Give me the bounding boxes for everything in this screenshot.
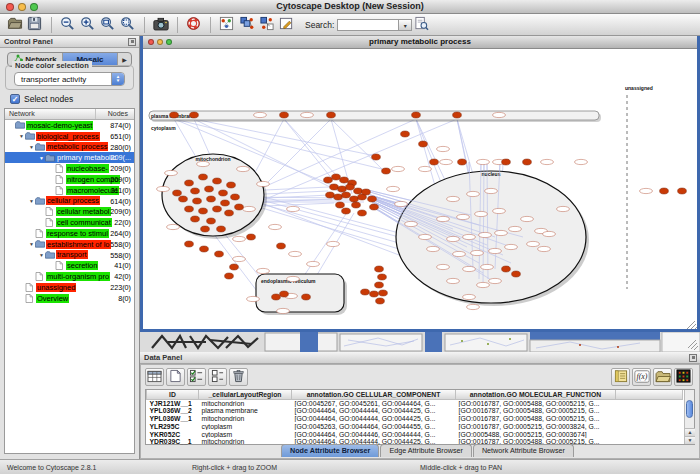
select-attributes-button[interactable] bbox=[187, 368, 206, 386]
graph-node[interactable] bbox=[221, 200, 230, 206]
graph-node[interactable] bbox=[213, 178, 222, 184]
graph-node[interactable] bbox=[332, 174, 341, 180]
tree-row[interactable]: nucleobase-209(0) bbox=[5, 163, 134, 174]
tab-network-attribute-browser[interactable]: Network Attribute Browser bbox=[473, 444, 574, 457]
graph-node[interactable] bbox=[173, 190, 182, 196]
tree-row[interactable]: ▼transport558(0) bbox=[5, 250, 134, 261]
graph-node[interactable] bbox=[327, 112, 336, 118]
show-table-button[interactable] bbox=[145, 368, 164, 386]
table-column-header[interactable]: annotation.GO CELLULAR_COMPONENT bbox=[292, 390, 456, 399]
graph-node[interactable] bbox=[401, 131, 410, 137]
graph-node[interactable] bbox=[302, 294, 311, 300]
matrix-button[interactable] bbox=[674, 368, 693, 386]
tree-row[interactable]: mosaic-demo-yeast874(0) bbox=[5, 120, 134, 131]
tree-row[interactable]: nitrogen compo209(0) bbox=[5, 174, 134, 185]
graph-node[interactable] bbox=[346, 184, 355, 190]
graph-node[interactable] bbox=[215, 251, 224, 257]
graph-node[interactable] bbox=[247, 234, 256, 240]
graph-node[interactable] bbox=[678, 188, 687, 194]
expand-arrow-icon[interactable]: ▼ bbox=[38, 252, 45, 258]
tab-node-attribute-browser[interactable]: Node Attribute Browser bbox=[281, 444, 379, 457]
graph-node[interactable] bbox=[280, 112, 289, 118]
graph-node[interactable] bbox=[372, 154, 381, 160]
graph-node[interactable] bbox=[190, 112, 199, 118]
tree-row[interactable]: Overview8(0) bbox=[5, 293, 134, 304]
search-input[interactable] bbox=[337, 19, 399, 31]
network-canvas[interactable]: plasma membranecytoplasmmitochondrionnuc… bbox=[143, 49, 697, 329]
graph-node[interactable] bbox=[191, 216, 200, 222]
help-button[interactable] bbox=[184, 16, 203, 34]
graph-node[interactable] bbox=[185, 206, 194, 212]
notes-button[interactable] bbox=[611, 368, 630, 386]
graph-node[interactable] bbox=[512, 271, 521, 277]
region-plasma-membrane[interactable] bbox=[149, 111, 599, 120]
graph-node[interactable] bbox=[523, 159, 532, 165]
table-row[interactable]: YLR295Ccytoplasm[GO:0045263, GO:0044464,… bbox=[147, 422, 683, 430]
expand-arrow-icon[interactable]: ▼ bbox=[38, 155, 45, 161]
scrollbar-thumb[interactable] bbox=[686, 400, 693, 418]
tree-row[interactable]: multi-organism pro42(0) bbox=[5, 271, 134, 282]
table-scrollbar[interactable]: ▲ ▼ bbox=[684, 390, 694, 444]
graph-node[interactable] bbox=[213, 206, 222, 212]
graph-node[interactable] bbox=[378, 274, 387, 280]
scroll-up-arrow[interactable]: ▲ bbox=[685, 428, 695, 436]
layout-network-button[interactable] bbox=[257, 16, 276, 34]
graph-node[interactable] bbox=[185, 180, 194, 186]
graph-node[interactable] bbox=[382, 168, 391, 174]
graph-node[interactable] bbox=[235, 204, 244, 210]
graph-node[interactable] bbox=[170, 112, 179, 118]
graph-node[interactable] bbox=[280, 291, 289, 297]
graph-node[interactable] bbox=[342, 208, 351, 214]
graph-node[interactable] bbox=[375, 266, 384, 272]
graph-node[interactable] bbox=[179, 196, 188, 202]
graph-node[interactable] bbox=[502, 266, 511, 272]
search-dropdown-arrow[interactable]: ▾ bbox=[399, 19, 412, 31]
graph-node[interactable] bbox=[358, 210, 367, 216]
graph-node[interactable] bbox=[219, 190, 228, 196]
graph-node[interactable] bbox=[660, 188, 669, 194]
create-attribute-button[interactable] bbox=[166, 368, 185, 386]
graph-node[interactable] bbox=[227, 182, 236, 188]
graph-node[interactable] bbox=[193, 198, 202, 204]
graph-node[interactable] bbox=[207, 196, 216, 202]
graph-node[interactable] bbox=[200, 246, 209, 252]
graph-node[interactable] bbox=[199, 208, 208, 214]
tree-row[interactable]: cell communicat22(0) bbox=[5, 217, 134, 228]
network-window-titlebar[interactable]: primary metabolic process bbox=[143, 36, 697, 49]
annotation-button[interactable] bbox=[277, 16, 296, 34]
tree-row[interactable]: ▼cellular process614(0) bbox=[5, 196, 134, 207]
graph-node[interactable] bbox=[336, 202, 345, 208]
graph-node[interactable] bbox=[354, 188, 363, 194]
float-panel-icon[interactable] bbox=[128, 38, 136, 46]
graph-node[interactable] bbox=[225, 273, 234, 279]
graph-node[interactable] bbox=[370, 204, 379, 210]
graph-node[interactable] bbox=[352, 202, 361, 208]
graph-node[interactable] bbox=[502, 159, 511, 165]
tree-row[interactable]: ▼primary metabolic209(... bbox=[5, 152, 134, 163]
graph-node[interactable] bbox=[324, 177, 333, 183]
graph-node[interactable] bbox=[205, 186, 214, 192]
table-column-header[interactable]: _cellularLayoutRegion bbox=[199, 390, 292, 399]
graph-node[interactable] bbox=[458, 159, 467, 165]
graph-node[interactable] bbox=[217, 226, 226, 232]
table-column-header[interactable]: ID bbox=[147, 390, 199, 399]
expand-arrow-icon[interactable]: ▼ bbox=[28, 198, 35, 204]
graph-node[interactable] bbox=[230, 264, 239, 270]
graph-node[interactable] bbox=[231, 194, 240, 200]
expand-arrow-icon[interactable]: ▼ bbox=[28, 144, 35, 150]
graph-node[interactable] bbox=[201, 226, 210, 232]
graph-node[interactable] bbox=[375, 282, 384, 288]
delete-attribute-button[interactable] bbox=[229, 368, 248, 386]
tree-row[interactable]: secretion41(0) bbox=[5, 260, 134, 271]
select-nodes-checkbox[interactable]: ✓ bbox=[10, 94, 20, 104]
graph-node[interactable] bbox=[199, 174, 208, 180]
table-row[interactable]: YPL036W__2plasma membrane[GO:0044464, GO… bbox=[147, 407, 683, 415]
graph-node[interactable] bbox=[338, 186, 347, 192]
graph-node[interactable] bbox=[379, 290, 388, 296]
graph-node[interactable] bbox=[326, 192, 335, 198]
unselect-attributes-button[interactable] bbox=[208, 368, 227, 386]
graph-node[interactable] bbox=[191, 188, 200, 194]
table-row[interactable]: YPL036W__1mitochondrion[GO:0044464, GO:0… bbox=[147, 415, 683, 423]
graph-node[interactable] bbox=[340, 177, 349, 183]
network-graph[interactable]: plasma membranecytoplasmmitochondrionnuc… bbox=[143, 49, 697, 329]
